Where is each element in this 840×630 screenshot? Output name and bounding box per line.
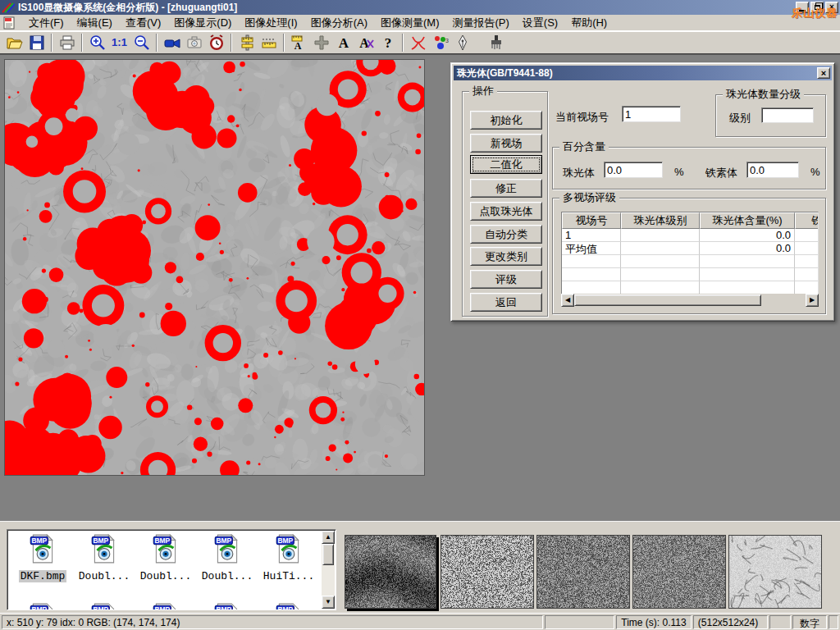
- zoom-in-button[interactable]: [86, 33, 108, 52]
- zoom-1to1-button[interactable]: 1:1: [108, 33, 130, 52]
- return-button[interactable]: 返回: [470, 293, 542, 312]
- video-capture-button[interactable]: [161, 33, 183, 52]
- brush-tool-button[interactable]: [485, 33, 507, 52]
- menu-measure-report[interactable]: 测量报告(P): [445, 14, 515, 32]
- spline-tool-button[interactable]: [407, 33, 429, 52]
- rating-table[interactable]: 视场号 珠光体级别 珠光体含量(%) 铁素体 1 0.0 平均值 0.0: [561, 212, 819, 307]
- bmp-file-icon: BMP: [212, 602, 242, 610]
- grade-input[interactable]: [761, 107, 814, 123]
- timer-capture-button[interactable]: [205, 33, 227, 52]
- correct-button[interactable]: 修正: [470, 179, 542, 198]
- menu-image-display[interactable]: 图像显示(D): [167, 14, 238, 32]
- file-name[interactable]: Doubl...: [139, 570, 193, 582]
- menu-edit[interactable]: 编辑(E): [71, 14, 119, 32]
- scale-annotate-button[interactable]: A: [288, 33, 310, 52]
- edit-annotation-button[interactable]: A: [354, 33, 377, 52]
- hscroll-thumb[interactable]: [574, 294, 761, 306]
- menu-settings[interactable]: 设置(S): [516, 14, 564, 32]
- rate-button[interactable]: 评级: [470, 270, 542, 289]
- scroll-up-button[interactable]: ▲: [322, 531, 335, 544]
- binarize-button[interactable]: 二值化: [470, 155, 542, 174]
- file-name[interactable]: Doubl...: [77, 570, 131, 582]
- open-button[interactable]: [3, 33, 25, 52]
- toolbar-separator: [283, 34, 285, 52]
- pick-pearlite-button[interactable]: 点取珠光体: [470, 202, 542, 221]
- camera-icon: [185, 34, 203, 52]
- menu-image-processing[interactable]: 图像处理(I): [238, 14, 304, 32]
- table-row[interactable]: 1 0.0: [562, 229, 818, 242]
- grid-overlay-button[interactable]: [310, 33, 332, 52]
- col-field-no[interactable]: 视场号: [562, 212, 621, 229]
- dialog-close-button[interactable]: ×: [817, 67, 830, 79]
- menu-help[interactable]: 帮助(H): [564, 14, 614, 32]
- file-item[interactable]: BMP Doubl...: [74, 533, 135, 582]
- menu-view[interactable]: 查看(V): [119, 14, 167, 32]
- scroll-left-button[interactable]: ◀: [561, 294, 574, 307]
- table-row[interactable]: [562, 255, 818, 268]
- classify-tool-button[interactable]: 3: [429, 33, 451, 52]
- text-annotate-button[interactable]: A: [332, 33, 354, 52]
- save-icon: [28, 34, 46, 52]
- help-button[interactable]: ?: [377, 33, 399, 52]
- file-list[interactable]: BMP DKF.bmp BMP Doubl... BMP Doubl... BM…: [7, 529, 336, 610]
- file-item[interactable]: BMP: [197, 602, 258, 610]
- thumbnail-3[interactable]: [536, 535, 630, 609]
- thumbnail-2[interactable]: [441, 535, 534, 609]
- menu-image-analysis[interactable]: 图像分析(A): [304, 14, 374, 32]
- col-pearlite-grade[interactable]: 珠光体级别: [621, 212, 700, 229]
- thumbnail-1[interactable]: [345, 535, 436, 609]
- col-pearlite-content[interactable]: 珠光体含量(%): [700, 212, 795, 229]
- file-list-vscrollbar[interactable]: ▲ ▼: [322, 531, 335, 609]
- letter-a-edit-icon: A: [357, 34, 375, 52]
- file-name[interactable]: DKF.bmp: [19, 570, 67, 582]
- save-button[interactable]: [25, 33, 48, 52]
- file-item[interactable]: BMP HuiTi...: [258, 533, 319, 582]
- vscroll-thumb[interactable]: [322, 544, 334, 565]
- toolbar: 1:1 A A A ? 3: [0, 31, 840, 54]
- auto-classify-button[interactable]: 自动分类: [470, 225, 542, 244]
- ferrite-label: 铁素体: [705, 166, 737, 180]
- col-ferrite[interactable]: 铁素体: [795, 212, 819, 229]
- menu-file[interactable]: 文件(F): [22, 14, 71, 32]
- file-item[interactable]: BMP DKF.bmp: [12, 533, 73, 582]
- close-button[interactable]: ×: [825, 2, 838, 13]
- file-item[interactable]: BMP: [258, 602, 319, 610]
- current-field-input[interactable]: [622, 106, 681, 122]
- restore-button[interactable]: [810, 2, 824, 13]
- toolbar-separator: [156, 34, 158, 52]
- table-row[interactable]: 平均值 0.0: [562, 242, 818, 255]
- new-field-button[interactable]: 新视场: [470, 134, 542, 153]
- cell: [621, 255, 700, 268]
- specimen-image[interactable]: [4, 59, 425, 476]
- file-item[interactable]: BMP Doubl...: [135, 533, 196, 582]
- pearlite-percent-input[interactable]: [604, 162, 663, 178]
- menu-image-measure[interactable]: 图像测量(M): [374, 14, 446, 32]
- dialog-titlebar[interactable]: 珠光体(GB/T9441-88) ×: [454, 66, 832, 80]
- multifield-group: 多视场评级 视场号 珠光体级别 珠光体含量(%) 铁素体 1 0.0 平均值: [552, 198, 826, 314]
- file-item[interactable]: BMP: [135, 602, 196, 610]
- table-row[interactable]: [562, 268, 818, 281]
- file-name[interactable]: Doubl...: [200, 570, 254, 582]
- file-item[interactable]: BMP: [74, 602, 135, 610]
- file-item[interactable]: BMP: [12, 602, 73, 610]
- pen-tool-button[interactable]: [451, 33, 473, 52]
- table-row[interactable]: [562, 281, 818, 294]
- print-button[interactable]: [56, 33, 78, 52]
- caliper-measure-button[interactable]: [235, 33, 258, 52]
- zoom-out-button[interactable]: [130, 33, 153, 52]
- photo-capture-button[interactable]: [183, 33, 205, 52]
- ruler-measure-button[interactable]: [258, 33, 280, 52]
- minimize-button[interactable]: [796, 2, 809, 13]
- change-class-button[interactable]: 更改类别: [470, 247, 542, 266]
- thumbnail-4[interactable]: [632, 535, 726, 609]
- table-hscrollbar[interactable]: ◀ ▶: [561, 294, 819, 307]
- current-field-label: 当前视场号: [555, 110, 609, 125]
- thumbnail-5[interactable]: [728, 535, 822, 609]
- init-button[interactable]: 初始化: [470, 111, 542, 130]
- file-item[interactable]: BMP Doubl...: [197, 533, 258, 582]
- scroll-right-button[interactable]: ▶: [806, 294, 819, 307]
- scroll-down-button[interactable]: ▼: [322, 596, 335, 609]
- file-name[interactable]: HuiTi...: [262, 570, 316, 582]
- ferrite-percent-input[interactable]: [746, 162, 799, 178]
- bmp-file-icon: BMP: [212, 533, 242, 564]
